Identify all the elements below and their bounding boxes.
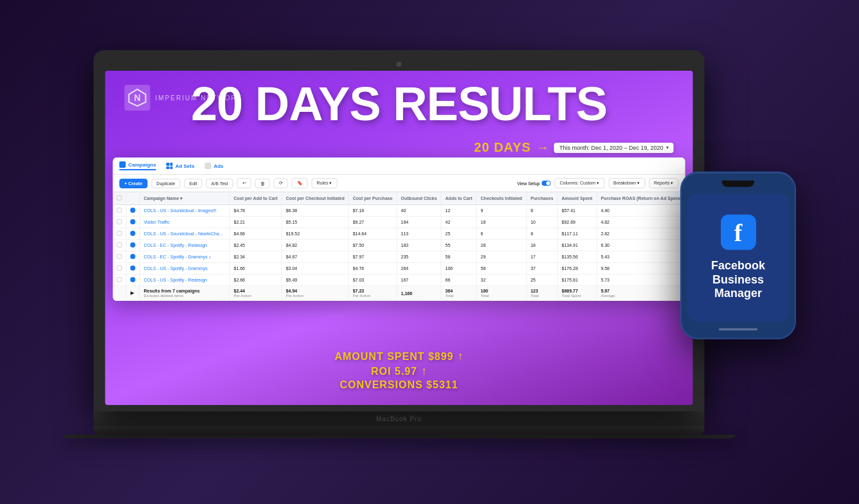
- phone-notch: [722, 181, 754, 187]
- ab-test-button[interactable]: A/B Test: [206, 178, 233, 188]
- clicks: 40: [397, 204, 441, 216]
- th-cost-purchase: Cost per Purchase: [348, 192, 397, 205]
- more-button[interactable]: ⟳: [274, 178, 288, 188]
- roas: 6.30: [597, 239, 685, 251]
- cost-checkout: $5.15: [282, 216, 348, 228]
- view-setup[interactable]: View Setup: [517, 181, 550, 186]
- rules-button[interactable]: Rules ▾: [312, 178, 338, 188]
- row-dot: [126, 251, 140, 262]
- create-button[interactable]: + Create: [120, 178, 148, 188]
- campaign-name[interactable]: COLS - EC - Spotify - Grammys ♪: [140, 251, 230, 262]
- stat-conversions-line: CONVERSIONS $5311: [105, 379, 693, 391]
- table-row[interactable]: COLS - US - Soundcloud - Images!!! $4.78…: [113, 204, 685, 216]
- sum-roas: 5.97Average: [597, 285, 685, 300]
- phone: f Facebook Business Manager: [680, 172, 796, 339]
- cost-purchase: $7.97: [348, 251, 397, 262]
- cost-checkout: $6.38: [282, 204, 348, 216]
- purchases: 8: [527, 204, 557, 216]
- breakdown-button[interactable]: Breakdown ▾: [608, 178, 645, 188]
- toggle-icon: [541, 181, 550, 186]
- date-caret-icon[interactable]: ▾: [666, 145, 669, 150]
- checkouts: 58: [476, 262, 527, 274]
- campaign-name[interactable]: COLS - EC - Spotify - Redesign: [140, 239, 230, 251]
- columns-button[interactable]: Columns: Custom ▾: [554, 178, 604, 188]
- ads-icon: [204, 163, 211, 169]
- screen-content: N IMPERIUM NETWORK 20 DAYS RESULTS 20 DA…: [105, 71, 693, 405]
- heading-title: 20 DAYS RESULTS: [105, 80, 693, 128]
- laptop-label: MacBook Pro: [376, 415, 422, 422]
- edit-button[interactable]: Edit: [185, 178, 203, 188]
- th-campaign-name[interactable]: Campaign Name ▾: [140, 192, 230, 205]
- row-check: [113, 216, 127, 228]
- roas: 5.73: [597, 274, 685, 285]
- adds: 12: [441, 204, 476, 216]
- laptop-base: MacBook Pro: [94, 411, 705, 426]
- table-row[interactable]: COLS - US - Spotify - Redesign $2.66 $5.…: [113, 274, 685, 285]
- cost-checkout: $3.04: [282, 262, 348, 274]
- cost-purchase: $9.27: [348, 216, 397, 228]
- campaign-name[interactable]: COLS - US - Spotify - Redesign: [140, 274, 230, 285]
- clicks: 113: [397, 228, 441, 239]
- checkouts: 6: [476, 228, 527, 239]
- spent: $135.56: [557, 251, 597, 262]
- laptop-body: N IMPERIUM NETWORK 20 DAYS RESULTS 20 DA…: [94, 50, 705, 411]
- row-check: [113, 274, 127, 285]
- campaign-name[interactable]: COLS - US - Spotify - Grammys: [140, 262, 230, 274]
- bookmark-button[interactable]: 🔖: [292, 178, 308, 188]
- sum-clicks: 1,166: [397, 285, 441, 300]
- nav-ads[interactable]: Ads: [204, 163, 223, 169]
- sum-cost-checkout: $4.94Per Action: [282, 285, 348, 300]
- stat-amount-spent-line: AMOUNT SPENT $899 ↑: [105, 350, 693, 363]
- scene: N IMPERIUM NETWORK 20 DAYS RESULTS 20 DA…: [44, 8, 815, 496]
- laptop-camera: [397, 62, 402, 67]
- purchases: 18: [527, 239, 557, 251]
- cost-add: $2.34: [230, 251, 282, 262]
- roas: 5.43: [597, 251, 685, 262]
- adds: 66: [441, 274, 476, 285]
- sum-label: Results from 7 campaignsExcludes deleted…: [140, 285, 230, 300]
- fb-logo-large: f: [721, 215, 756, 250]
- nav-campaigns[interactable]: Campaigns: [120, 161, 156, 170]
- table-row[interactable]: COLS - US - Spotify - Grammys $1.66 $3.0…: [113, 262, 685, 274]
- checkouts: 32: [476, 274, 527, 285]
- roas: 9.58: [597, 262, 685, 274]
- cost-purchase: $4.76: [348, 262, 397, 274]
- campaign-name[interactable]: COLS - US - Soundcloud - Images!!!: [140, 204, 230, 216]
- checkouts: 29: [476, 251, 527, 262]
- purchases: 25: [527, 274, 557, 285]
- th-adds: Adds to Cart: [441, 192, 476, 205]
- row-check: [113, 228, 127, 239]
- cost-add: $2.21: [230, 216, 282, 228]
- row-check: [113, 204, 127, 216]
- delete-button[interactable]: 🗑: [255, 178, 270, 188]
- th-check: [113, 192, 127, 205]
- table-row[interactable]: COLS - EC - Spotify - Grammys ♪ $2.34 $4…: [113, 251, 685, 262]
- nav-ad-sets[interactable]: Ad Sets: [167, 163, 195, 169]
- table-row[interactable]: Visitor Traffic $2.21 $5.15 $9.27 164 42…: [113, 216, 685, 228]
- campaign-name[interactable]: COLS - US - Soundcloud - NewtoChange: [140, 228, 230, 239]
- cost-add: $4.78: [230, 204, 282, 216]
- toolbar-right: View Setup Columns: Custom ▾ Breakdown ▾…: [517, 178, 678, 188]
- table-row[interactable]: COLS - EC - Spotify - Redesign $2.45 $4.…: [113, 239, 685, 251]
- sum-purchases: 123Total: [527, 285, 557, 300]
- table-row[interactable]: COLS - US - Soundcloud - NewtoChange $4.…: [113, 228, 685, 239]
- campaign-name[interactable]: Visitor Traffic: [140, 216, 230, 228]
- adds: 25: [441, 228, 476, 239]
- clicks: 167: [397, 274, 441, 285]
- reports-button[interactable]: Reports ▾: [649, 178, 678, 188]
- cost-purchase: $7.50: [348, 239, 397, 251]
- ad-sets-icon: [167, 163, 173, 169]
- sum-dot: ▶: [126, 285, 140, 300]
- days-arrow: →: [536, 140, 549, 155]
- row-dot: [126, 228, 140, 239]
- cost-purchase: $7.18: [348, 204, 397, 216]
- cost-add: $2.66: [230, 274, 282, 285]
- date-badge: This month: Dec 1, 2020 – Dec 19, 2020 ▾: [554, 142, 674, 152]
- laptop-foot: [63, 435, 735, 438]
- sum-adds: 364Total: [441, 285, 476, 300]
- purchases: 17: [527, 251, 557, 262]
- duplicate-button[interactable]: Duplicate: [151, 178, 180, 188]
- phone-body: f Facebook Business Manager: [680, 172, 796, 339]
- undo-button[interactable]: ↩: [237, 178, 251, 188]
- phone-screen: f Facebook Business Manager: [687, 194, 790, 322]
